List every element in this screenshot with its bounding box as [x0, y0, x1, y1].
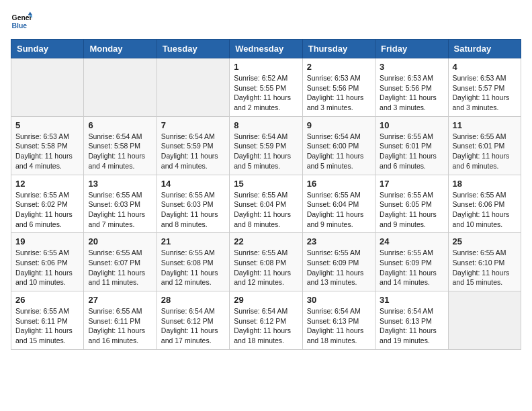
day-info: Sunrise: 6:54 AMSunset: 5:58 PMDaylight:…	[88, 132, 145, 170]
day-number: 30	[307, 295, 371, 305]
day-info: Sunrise: 6:55 AMSunset: 6:08 PMDaylight:…	[161, 248, 218, 286]
day-number: 11	[453, 120, 517, 130]
weekday-header: Sunday	[11, 40, 84, 58]
calendar-day-cell: 4Sunrise: 6:53 AMSunset: 5:57 PMDaylight…	[448, 58, 521, 117]
calendar-day-cell: 19Sunrise: 6:55 AMSunset: 6:06 PMDayligh…	[11, 233, 84, 291]
day-info: Sunrise: 6:55 AMSunset: 6:09 PMDaylight:…	[380, 248, 437, 286]
day-info: Sunrise: 6:55 AMSunset: 6:04 PMDaylight:…	[307, 191, 364, 228]
day-number: 8	[234, 120, 298, 130]
calendar-week-row: 5Sunrise: 6:53 AMSunset: 5:58 PMDaylight…	[11, 116, 521, 175]
day-info: Sunrise: 6:53 AMSunset: 5:56 PMDaylight:…	[380, 74, 437, 111]
day-info: Sunrise: 6:55 AMSunset: 6:07 PMDaylight:…	[88, 248, 145, 286]
weekday-header: Tuesday	[157, 40, 229, 58]
day-number: 10	[380, 120, 443, 130]
day-info: Sunrise: 6:55 AMSunset: 6:02 PMDaylight:…	[15, 191, 73, 228]
page-header: General Blue	[11, 11, 521, 32]
day-number: 7	[161, 120, 225, 130]
day-info: Sunrise: 6:54 AMSunset: 5:59 PMDaylight:…	[161, 132, 218, 170]
day-number: 23	[307, 236, 371, 246]
calendar-day-cell	[448, 291, 521, 350]
weekday-header: Monday	[84, 40, 157, 58]
calendar-day-cell: 15Sunrise: 6:55 AMSunset: 6:04 PMDayligh…	[230, 175, 302, 233]
calendar-day-cell: 16Sunrise: 6:55 AMSunset: 6:04 PMDayligh…	[302, 175, 375, 233]
calendar-day-cell	[11, 58, 84, 117]
day-number: 18	[453, 179, 517, 189]
day-number: 3	[380, 62, 443, 72]
day-number: 6	[88, 120, 152, 130]
day-number: 4	[453, 62, 517, 72]
day-number: 14	[161, 179, 225, 189]
calendar-day-cell: 9Sunrise: 6:54 AMSunset: 6:00 PMDaylight…	[302, 116, 375, 175]
day-info: Sunrise: 6:53 AMSunset: 5:57 PMDaylight:…	[453, 74, 510, 111]
calendar-day-cell: 3Sunrise: 6:53 AMSunset: 5:56 PMDaylight…	[375, 58, 448, 117]
calendar-day-cell	[84, 58, 157, 117]
weekday-header: Wednesday	[230, 40, 302, 58]
day-info: Sunrise: 6:54 AMSunset: 6:00 PMDaylight:…	[307, 132, 364, 170]
calendar-day-cell: 30Sunrise: 6:54 AMSunset: 6:13 PMDayligh…	[302, 291, 375, 350]
calendar-day-cell: 6Sunrise: 6:54 AMSunset: 5:58 PMDaylight…	[84, 116, 157, 175]
day-info: Sunrise: 6:54 AMSunset: 6:12 PMDaylight:…	[234, 307, 291, 345]
calendar-day-cell: 20Sunrise: 6:55 AMSunset: 6:07 PMDayligh…	[84, 233, 157, 291]
svg-text:Blue: Blue	[12, 22, 28, 30]
calendar-day-cell: 13Sunrise: 6:55 AMSunset: 6:03 PMDayligh…	[84, 175, 157, 233]
day-number: 24	[380, 236, 443, 246]
calendar-table: SundayMondayTuesdayWednesdayThursdayFrid…	[11, 39, 521, 350]
calendar-day-cell: 2Sunrise: 6:53 AMSunset: 5:56 PMDaylight…	[302, 58, 375, 117]
weekday-header: Thursday	[302, 40, 375, 58]
day-info: Sunrise: 6:53 AMSunset: 5:56 PMDaylight:…	[307, 74, 364, 111]
day-number: 29	[234, 295, 298, 305]
calendar-week-row: 19Sunrise: 6:55 AMSunset: 6:06 PMDayligh…	[11, 233, 521, 291]
logo-icon: General Blue	[11, 11, 32, 32]
day-info: Sunrise: 6:55 AMSunset: 6:08 PMDaylight:…	[234, 248, 291, 286]
calendar-day-cell: 23Sunrise: 6:55 AMSunset: 6:09 PMDayligh…	[302, 233, 375, 291]
svg-marker-2	[28, 12, 32, 15]
weekday-header: Friday	[375, 40, 448, 58]
day-number: 31	[380, 295, 443, 305]
day-info: Sunrise: 6:54 AMSunset: 6:12 PMDaylight:…	[161, 307, 218, 345]
calendar-day-cell: 18Sunrise: 6:55 AMSunset: 6:06 PMDayligh…	[448, 175, 521, 233]
weekday-header: Saturday	[448, 40, 521, 58]
day-info: Sunrise: 6:55 AMSunset: 6:11 PMDaylight:…	[88, 307, 145, 345]
day-number: 28	[161, 295, 225, 305]
day-info: Sunrise: 6:55 AMSunset: 6:05 PMDaylight:…	[380, 191, 437, 228]
calendar-header-row: SundayMondayTuesdayWednesdayThursdayFrid…	[11, 40, 521, 58]
day-info: Sunrise: 6:53 AMSunset: 5:58 PMDaylight:…	[15, 132, 73, 170]
calendar-day-cell: 21Sunrise: 6:55 AMSunset: 6:08 PMDayligh…	[157, 233, 229, 291]
calendar-day-cell: 12Sunrise: 6:55 AMSunset: 6:02 PMDayligh…	[11, 175, 84, 233]
calendar-day-cell: 29Sunrise: 6:54 AMSunset: 6:12 PMDayligh…	[230, 291, 302, 350]
day-number: 22	[234, 236, 298, 246]
day-info: Sunrise: 6:55 AMSunset: 6:10 PMDaylight:…	[453, 248, 510, 286]
day-info: Sunrise: 6:55 AMSunset: 6:01 PMDaylight:…	[453, 132, 510, 170]
day-info: Sunrise: 6:55 AMSunset: 6:06 PMDaylight:…	[15, 248, 73, 286]
calendar-day-cell: 14Sunrise: 6:55 AMSunset: 6:03 PMDayligh…	[157, 175, 229, 233]
day-info: Sunrise: 6:55 AMSunset: 6:09 PMDaylight:…	[307, 248, 364, 286]
svg-text:General: General	[12, 14, 32, 21]
calendar-day-cell	[157, 58, 229, 117]
day-number: 21	[161, 236, 225, 246]
day-number: 17	[380, 179, 443, 189]
day-info: Sunrise: 6:54 AMSunset: 6:13 PMDaylight:…	[307, 307, 364, 345]
day-number: 16	[307, 179, 371, 189]
calendar-day-cell: 11Sunrise: 6:55 AMSunset: 6:01 PMDayligh…	[448, 116, 521, 175]
day-info: Sunrise: 6:55 AMSunset: 6:03 PMDaylight:…	[88, 191, 145, 228]
calendar-day-cell: 10Sunrise: 6:55 AMSunset: 6:01 PMDayligh…	[375, 116, 448, 175]
day-number: 13	[88, 179, 152, 189]
day-info: Sunrise: 6:55 AMSunset: 6:01 PMDaylight:…	[380, 132, 437, 170]
calendar-day-cell: 17Sunrise: 6:55 AMSunset: 6:05 PMDayligh…	[375, 175, 448, 233]
day-number: 27	[88, 295, 152, 305]
calendar-day-cell: 26Sunrise: 6:55 AMSunset: 6:11 PMDayligh…	[11, 291, 84, 350]
day-number: 20	[88, 236, 152, 246]
day-info: Sunrise: 6:54 AMSunset: 6:13 PMDaylight:…	[380, 307, 437, 345]
calendar-day-cell: 5Sunrise: 6:53 AMSunset: 5:58 PMDaylight…	[11, 116, 84, 175]
day-info: Sunrise: 6:55 AMSunset: 6:11 PMDaylight:…	[15, 307, 73, 345]
day-info: Sunrise: 6:55 AMSunset: 6:06 PMDaylight:…	[453, 191, 510, 228]
calendar-day-cell: 1Sunrise: 6:52 AMSunset: 5:55 PMDaylight…	[230, 58, 302, 117]
calendar-week-row: 12Sunrise: 6:55 AMSunset: 6:02 PMDayligh…	[11, 175, 521, 233]
day-number: 1	[234, 62, 298, 72]
day-info: Sunrise: 6:52 AMSunset: 5:55 PMDaylight:…	[234, 74, 291, 111]
day-number: 5	[15, 120, 79, 130]
day-info: Sunrise: 6:55 AMSunset: 6:03 PMDaylight:…	[161, 191, 218, 228]
calendar-day-cell: 22Sunrise: 6:55 AMSunset: 6:08 PMDayligh…	[230, 233, 302, 291]
day-number: 19	[15, 236, 79, 246]
calendar-day-cell: 25Sunrise: 6:55 AMSunset: 6:10 PMDayligh…	[448, 233, 521, 291]
